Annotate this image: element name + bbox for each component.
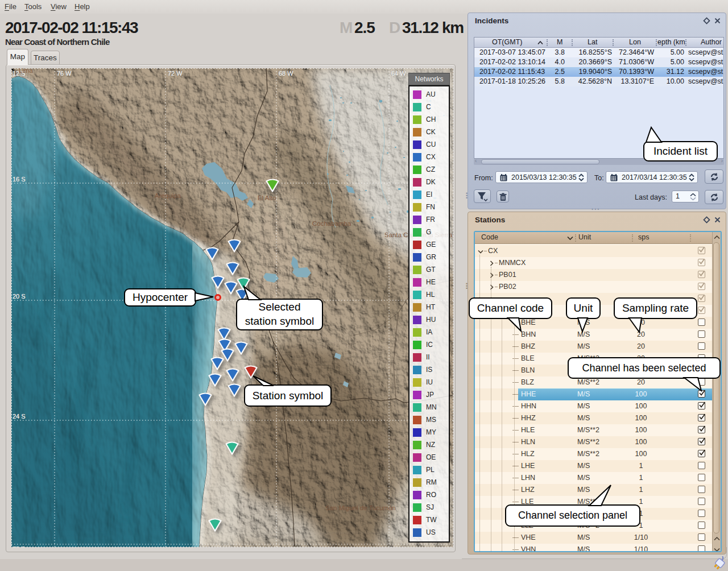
svg-text:76 W: 76 W [57, 70, 72, 77]
svg-text:Lima: Lima [19, 68, 34, 74]
svg-text:Cochabamba: Cochabamba [312, 220, 351, 227]
svg-text:28 S: 28 S [13, 545, 26, 547]
svg-text:El Alto: El Alto [258, 195, 276, 201]
svg-text:72 W: 72 W [168, 70, 183, 77]
svg-text:24 S: 24 S [13, 413, 26, 420]
svg-text:68 W: 68 W [279, 70, 293, 77]
svg-text:San Miguel de Tucumán: San Miguel de Tucumán [325, 504, 396, 511]
svg-text:20 S: 20 S [13, 293, 26, 300]
svg-text:Arequipa: Arequipa [155, 192, 181, 199]
svg-text:64 W: 64 W [391, 70, 406, 77]
svg-text:16 S: 16 S [13, 176, 26, 183]
